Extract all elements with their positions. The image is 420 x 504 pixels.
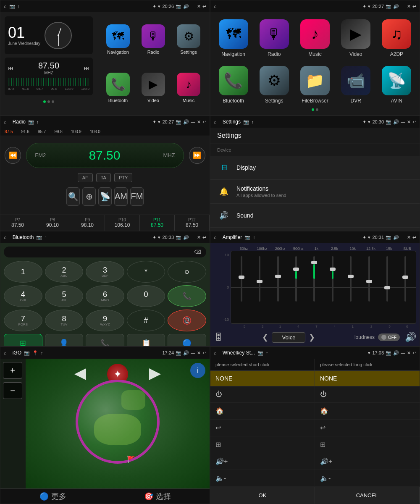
wk-cell-grid-short[interactable]: ⊞	[210, 436, 315, 453]
dial-6[interactable]: 6MNO	[86, 285, 124, 307]
dial-8[interactable]: 8TUV	[45, 310, 84, 331]
minimize-icon-p7[interactable]: —	[191, 350, 195, 355]
app-settings[interactable]: ⚙ Settings	[172, 16, 205, 63]
app-music[interactable]: ♪ Music	[172, 65, 205, 111]
bt-contacts-btn[interactable]: 👤	[45, 334, 84, 346]
grid-app-bluetooth[interactable]: 📞 Bluetooth	[215, 63, 252, 107]
wk-cell-voldown-short[interactable]: 🔈-	[210, 470, 315, 486]
radio-antenna-btn[interactable]: 📡	[98, 187, 112, 206]
app-bluetooth[interactable]: 📞 Bluetooth	[101, 65, 135, 111]
bt-settings-btn[interactable]: 🔵	[168, 334, 206, 346]
radio-af-btn[interactable]: AF	[78, 173, 93, 182]
minimize-icon-p5[interactable]: —	[191, 235, 195, 240]
eq-slider-10k[interactable]	[342, 254, 359, 304]
close-icon-p2[interactable]: ✕	[407, 4, 411, 9]
wk-none-long[interactable]: NONE	[315, 371, 420, 386]
eq-next-preset-btn[interactable]: ❯	[309, 333, 315, 342]
wk-cell-back-long[interactable]: ↩	[315, 420, 420, 436]
dial-2[interactable]: 2ABC	[45, 261, 84, 283]
grid-app-a2dp[interactable]: ♫ A2DP	[378, 16, 415, 60]
back-icon-p1[interactable]: ↩	[202, 4, 206, 9]
wk-cell-voldown-long[interactable]: 🔈-	[315, 470, 420, 486]
wk-cell-volup-long[interactable]: 🔊+	[315, 453, 420, 470]
loudness-toggle[interactable]: OFF	[378, 333, 400, 341]
dial-call-btn[interactable]: 📞	[168, 285, 206, 307]
eq-slider-12k5[interactable]	[360, 254, 378, 304]
grid-app-music[interactable]: ♪ Music	[296, 16, 333, 60]
close-icon-p7[interactable]: ✕	[197, 350, 201, 356]
radio-ta-btn[interactable]: TA	[96, 173, 111, 182]
radio-prev-large[interactable]: ⏪	[5, 147, 21, 164]
wk-cell-home-short[interactable]: 🏠	[210, 403, 315, 419]
close-icon-p6[interactable]: ✕	[407, 235, 411, 240]
eq-prev-preset-btn[interactable]: ❮	[262, 333, 268, 342]
igo-right-arrow[interactable]	[149, 368, 161, 380]
app-radio[interactable]: 🎙 Radio	[136, 16, 170, 63]
wk-ok-button[interactable]: OK	[210, 487, 315, 504]
radio-search-btn[interactable]: 🔍	[66, 187, 80, 206]
eq-slider-2k5[interactable]	[324, 254, 341, 304]
wk-cell-grid-long[interactable]: ⊞	[315, 436, 420, 453]
home-icon-p7[interactable]: ⌂	[4, 350, 7, 355]
preset-p9[interactable]: P9 98.10	[70, 215, 105, 231]
igo-zoom-out-btn[interactable]: −	[3, 382, 22, 399]
settings-sound-item[interactable]: 🔊 Sound	[210, 204, 420, 228]
eq-tune-icon[interactable]: 🎛	[214, 332, 223, 343]
preset-p7[interactable]: P7 87.50	[0, 215, 35, 231]
app-video[interactable]: ▶ Video	[136, 65, 170, 111]
preset-p10[interactable]: P10 106.10	[105, 215, 140, 231]
eq-slider-200hz[interactable]	[269, 254, 286, 304]
close-icon-p4[interactable]: ✕	[407, 119, 411, 125]
back-icon-p7[interactable]: ↩	[202, 350, 206, 356]
eq-speaker-icon[interactable]: 🔊	[405, 332, 416, 343]
radio-next-large[interactable]: ⏩	[189, 147, 205, 164]
dial-special1[interactable]: ⊙	[168, 261, 206, 283]
minimize-icon-p2[interactable]: —	[401, 4, 405, 9]
back-icon-p6[interactable]: ↩	[412, 235, 416, 240]
wk-cell-power-short[interactable]: ⏻	[210, 386, 315, 402]
grid-app-radio[interactable]: 🎙 Radio	[255, 16, 293, 60]
minimize-icon-p6[interactable]: —	[401, 235, 405, 240]
back-icon-p4[interactable]: ↩	[412, 119, 416, 125]
wk-cancel-button[interactable]: CANCEL	[315, 487, 420, 504]
back-icon-p8[interactable]: ↩	[412, 350, 416, 356]
settings-notifications-item[interactable]: 🔔 Notifications All apps allowed to send	[210, 180, 420, 204]
eq-slider-1k[interactable]	[306, 254, 323, 304]
radio-scan-btn[interactable]: ⊕	[82, 187, 96, 206]
app-navigation[interactable]: 🗺 Navigation	[101, 16, 135, 63]
eq-slider-500hz[interactable]	[287, 254, 304, 304]
radio-pty-btn[interactable]: PTY	[114, 173, 132, 182]
minimize-icon-p8[interactable]: —	[401, 350, 405, 355]
dial-7[interactable]: 7PQRS	[4, 310, 42, 331]
bt-calls-btn[interactable]: 📞	[86, 334, 124, 346]
radio-next-btn[interactable]: ⏭	[84, 65, 89, 71]
eq-slider-sub[interactable]	[397, 254, 414, 304]
home-icon-p3[interactable]: ⌂	[4, 119, 7, 124]
dial-3[interactable]: 3DEF	[86, 261, 124, 283]
radio-fm-btn[interactable]: FM	[130, 187, 144, 206]
igo-info-btn[interactable]: i	[190, 363, 205, 378]
home-icon-p2[interactable]: ⌂	[214, 4, 217, 9]
eq-slider-60hz[interactable]	[233, 254, 250, 304]
home-icon-p8[interactable]: ⌂	[214, 350, 217, 355]
wk-cell-power-long[interactable]: ⏻	[315, 386, 420, 402]
wk-cell-home-long[interactable]: 🏠	[315, 403, 420, 419]
dial-end-btn[interactable]: 📵	[168, 310, 206, 331]
dial-5[interactable]: 5JKL	[45, 285, 84, 307]
eq-slider-100hz[interactable]	[251, 254, 268, 304]
dial-star[interactable]: *	[127, 261, 165, 283]
grid-app-settings[interactable]: ⚙ Settings	[255, 63, 293, 107]
wk-cell-back-short[interactable]: ↩	[210, 420, 315, 436]
dial-0[interactable]: 0+	[127, 285, 165, 307]
dial-1[interactable]: 1	[4, 261, 42, 283]
home-icon-p6[interactable]: ⌂	[214, 235, 217, 240]
bt-sms-btn[interactable]: 📋	[127, 334, 165, 346]
minimize-icon-p4[interactable]: —	[401, 119, 405, 124]
back-icon-p2[interactable]: ↩	[412, 4, 416, 9]
preset-p12[interactable]: P12 87.50	[175, 215, 210, 231]
grid-app-filebrowser[interactable]: 📁 FileBrowser	[296, 63, 333, 107]
home-icon-p4[interactable]: ⌂	[214, 119, 217, 124]
bt-dialpad-btn[interactable]: ⊞	[4, 334, 42, 346]
grid-app-avin[interactable]: 📡 AVIN	[378, 63, 415, 107]
grid-app-dvr[interactable]: 📹 DVR	[337, 63, 375, 107]
